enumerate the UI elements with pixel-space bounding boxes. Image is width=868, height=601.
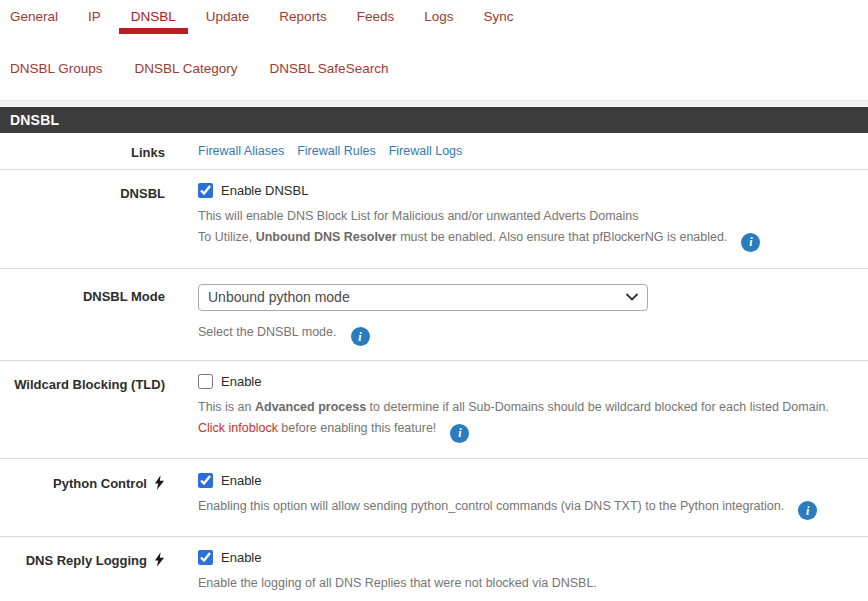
tab-feeds[interactable]: Feeds (357, 7, 395, 34)
info-icon[interactable]: i (741, 233, 760, 252)
tab-dnsbl-safesearch[interactable]: DNSBL SafeSearch (270, 61, 389, 76)
dns-reply-logging-enable-checkbox[interactable] (198, 550, 213, 565)
form-row-wildcard-blocking: Wildcard Blocking (TLD) Enable This is a… (0, 361, 868, 459)
form-row-dnsbl-mode: DNSBL Mode Unbound python mode Select th… (0, 269, 868, 362)
wildcard-help-1: This is an Advanced process to determine… (198, 398, 868, 416)
python-control-label: Python Control (0, 473, 165, 521)
dnsbl-mode-select[interactable]: Unbound python mode (198, 284, 648, 311)
firewall-aliases-link[interactable]: Firewall Aliases (198, 144, 284, 158)
tab-dnsbl-groups[interactable]: DNSBL Groups (10, 61, 103, 76)
pfblockerng-dnsbl-page: General IP DNSBL Update Reports Feeds Lo… (0, 0, 868, 601)
links-label: Links (0, 142, 165, 161)
primary-tab-bar: General IP DNSBL Update Reports Feeds Lo… (0, 0, 868, 34)
tab-dnsbl[interactable]: DNSBL (131, 7, 176, 34)
spacer-strip (0, 100, 868, 107)
chevron-down-icon (626, 293, 638, 301)
wildcard-enable-checkbox-label: Enable (221, 374, 261, 389)
dns-reply-logging-checkbox-label: Enable (221, 550, 261, 565)
dnsbl-help-1: This will enable DNS Block List for Mali… (198, 207, 868, 225)
info-icon[interactable]: i (351, 327, 370, 346)
tab-dnsbl-category[interactable]: DNSBL Category (135, 61, 238, 76)
form-row-links: Links Firewall Aliases Firewall Rules Fi… (0, 133, 868, 170)
dns-reply-logging-help: Enable the logging of all DNS Replies th… (198, 574, 868, 592)
wildcard-blocking-label: Wildcard Blocking (TLD) (0, 374, 165, 443)
click-infoblock-text: Click infoblock (198, 421, 278, 435)
dnsbl-help-2: To Utilize, Unbound DNS Resolver must be… (198, 228, 868, 252)
dnsbl-mode-help: Select the DNSBL mode.i (198, 323, 868, 347)
secondary-tab-bar: DNSBL Groups DNSBL Category DNSBL SafeSe… (0, 34, 868, 76)
info-icon[interactable]: i (450, 424, 469, 443)
form-row-dnsbl: DNSBL Enable DNSBL This will enable DNS … (0, 170, 868, 269)
dnsbl-mode-label: DNSBL Mode (0, 281, 165, 347)
tab-logs[interactable]: Logs (424, 7, 453, 34)
dnsbl-label: DNSBL (0, 183, 165, 252)
form-row-dns-reply-logging: DNS Reply Logging Enable Enable the logg… (0, 537, 868, 601)
dns-reply-logging-label: DNS Reply Logging (0, 550, 165, 592)
firewall-logs-link[interactable]: Firewall Logs (389, 144, 463, 158)
wildcard-help-2: Click infoblock before enabling this fea… (198, 419, 868, 443)
form-row-python-control: Python Control Enable Enabling this opti… (0, 459, 868, 538)
tab-update[interactable]: Update (206, 7, 250, 34)
tab-ip[interactable]: IP (88, 7, 101, 34)
info-icon[interactable]: i (798, 501, 817, 520)
tab-sync[interactable]: Sync (483, 7, 513, 34)
enable-dnsbl-checkbox-label: Enable DNSBL (221, 183, 308, 198)
bolt-icon (154, 475, 165, 494)
enable-dnsbl-checkbox[interactable] (198, 183, 213, 198)
python-control-enable-checkbox[interactable] (198, 473, 213, 488)
tab-general[interactable]: General (10, 7, 58, 34)
section-title: DNSBL (0, 107, 868, 133)
python-control-checkbox-label: Enable (221, 473, 261, 488)
firewall-rules-link[interactable]: Firewall Rules (297, 144, 376, 158)
dnsbl-mode-selected-value: Unbound python mode (208, 289, 350, 305)
bolt-icon (154, 552, 165, 571)
wildcard-enable-checkbox[interactable] (198, 374, 213, 389)
tab-reports[interactable]: Reports (279, 7, 326, 34)
python-control-help: Enabling this option will allow sending … (198, 497, 868, 521)
